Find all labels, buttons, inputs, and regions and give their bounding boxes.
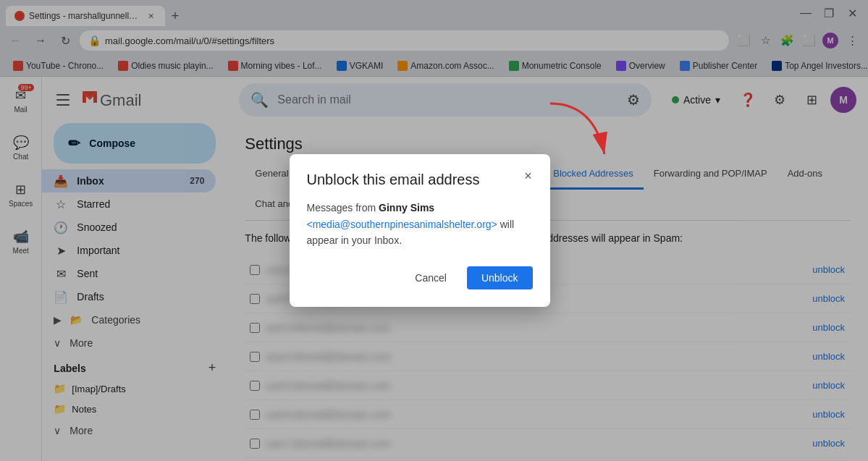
- modal-overlay[interactable]: Unblock this email address × Messages fr…: [0, 0, 868, 461]
- cancel-button[interactable]: Cancel: [400, 266, 461, 289]
- modal-sender-email: <media@southernpinesanimalshelter.org>: [307, 219, 497, 230]
- unblock-button[interactable]: Unblock: [467, 266, 533, 289]
- modal-title: Unblock this email address: [307, 172, 533, 188]
- modal-wrapper: Unblock this email address × Messages fr…: [290, 154, 579, 306]
- modal-message-prefix: Messages from: [307, 202, 376, 213]
- modal-sender-name: Ginny Sims: [379, 202, 434, 213]
- modal-close-button[interactable]: ×: [518, 166, 539, 186]
- modal-actions: Cancel Unblock: [307, 266, 533, 289]
- modal-body: Messages from Ginny Sims <media@southern…: [307, 200, 533, 248]
- unblock-modal: Unblock this email address × Messages fr…: [290, 154, 550, 306]
